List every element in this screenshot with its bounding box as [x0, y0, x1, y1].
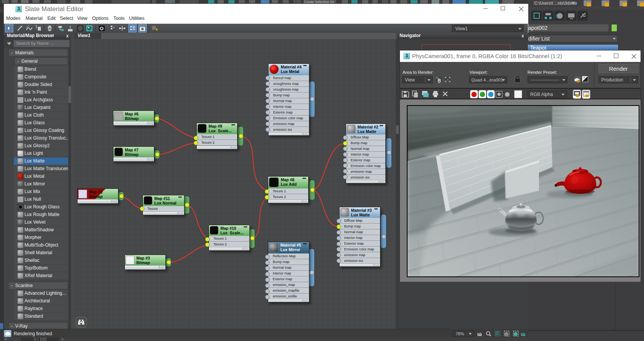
- svg-text:A: A: [447, 78, 449, 82]
- svg-text:+: +: [583, 76, 585, 80]
- svg-text:-: -: [586, 79, 587, 82]
- svg-text:O: O: [100, 26, 104, 31]
